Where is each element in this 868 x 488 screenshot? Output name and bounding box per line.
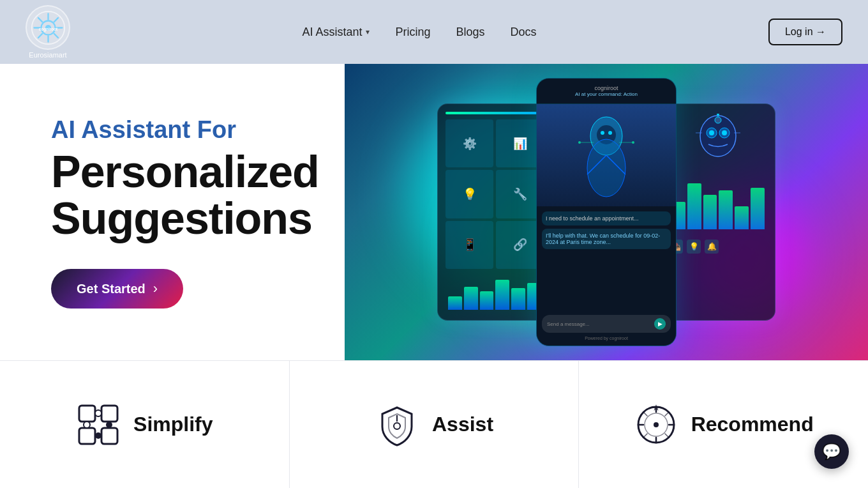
svg-point-37 bbox=[95, 410, 101, 416]
panel-grid: ⚙️ 📊 💡 🔧 📱 🔗 bbox=[445, 119, 544, 269]
chevron-down-icon: ▾ bbox=[366, 27, 370, 36]
login-button[interactable]: Log in → bbox=[768, 19, 842, 45]
svg-point-28 bbox=[715, 117, 721, 123]
panel-icon-2: 💡 bbox=[687, 240, 701, 254]
right-chart-bar-4 bbox=[719, 190, 733, 229]
right-panel: 📤 💡 🔔 bbox=[661, 103, 775, 321]
assist-label: Assist bbox=[432, 413, 493, 436]
svg-line-7 bbox=[38, 17, 41, 21]
nav-item-pricing[interactable]: Pricing bbox=[395, 26, 430, 39]
panel-cell-1: ⚙️ bbox=[445, 119, 493, 167]
hero-title-line2: Suggestions bbox=[51, 194, 319, 243]
bottom-card-recommend: Recommend bbox=[579, 361, 868, 488]
recommend-label: Recommend bbox=[691, 413, 814, 436]
svg-line-51 bbox=[665, 412, 669, 416]
chat-widget-button[interactable]: 💬 bbox=[814, 434, 849, 469]
compass-icon bbox=[634, 402, 678, 447]
right-chart-bar-6 bbox=[751, 188, 765, 229]
hero-image: ⚙️ 📊 💡 🔧 📱 🔗 bbox=[345, 64, 868, 360]
nav-links: AI Assistant ▾ Pricing Blogs Docs bbox=[302, 26, 536, 39]
chat-widget-icon: 💬 bbox=[822, 443, 841, 461]
hero-right: ⚙️ 📊 💡 🔧 📱 🔗 bbox=[345, 64, 868, 360]
right-chart-bar-5 bbox=[735, 206, 749, 229]
hero-left: AI Assistant For Personalized Suggestion… bbox=[0, 64, 345, 360]
puzzle-icon bbox=[76, 402, 121, 447]
phone-avatar bbox=[537, 104, 676, 206]
svg-point-41 bbox=[394, 423, 400, 429]
right-chart-bar-2 bbox=[687, 183, 701, 229]
svg-line-10 bbox=[38, 33, 41, 37]
chat-input[interactable]: Send a message... bbox=[547, 321, 590, 327]
svg-rect-36 bbox=[101, 428, 117, 444]
center-phone: cogniroot AI at your command: Action bbox=[536, 78, 677, 346]
svg-point-14 bbox=[601, 131, 604, 135]
left-panel: ⚙️ 📊 💡 🔧 📱 🔗 bbox=[437, 103, 552, 321]
panel-chart bbox=[445, 274, 544, 312]
svg-point-27 bbox=[722, 130, 727, 135]
bottom-section: Simplify Assist bbox=[0, 360, 868, 488]
svg-point-39 bbox=[106, 422, 112, 428]
nav-item-docs[interactable]: Docs bbox=[511, 26, 537, 39]
svg-line-49 bbox=[643, 412, 647, 416]
right-panel-chart bbox=[669, 181, 767, 232]
svg-line-8 bbox=[54, 33, 57, 37]
nav-item-blogs[interactable]: Blogs bbox=[456, 26, 484, 39]
svg-line-50 bbox=[665, 434, 669, 438]
svg-rect-35 bbox=[79, 428, 95, 444]
svg-line-9 bbox=[54, 17, 57, 21]
arrow-right-icon: › bbox=[153, 280, 158, 297]
chart-bar-1 bbox=[448, 296, 462, 310]
navbar: cogniroot Eurosiamart AI Assistant ▾ Pri… bbox=[0, 0, 868, 64]
chart-bar-4 bbox=[495, 280, 509, 310]
chart-bar-2 bbox=[464, 287, 478, 310]
svg-point-53 bbox=[654, 422, 659, 427]
logo[interactable]: cogniroot Eurosiamart bbox=[26, 5, 70, 59]
svg-line-52 bbox=[643, 434, 647, 438]
bottom-card-assist: Assist bbox=[290, 361, 580, 488]
shield-icon bbox=[375, 402, 419, 447]
hero-subtitle: AI Assistant For bbox=[51, 116, 319, 145]
svg-point-38 bbox=[84, 422, 90, 428]
panel-cell-5: 📱 bbox=[445, 221, 493, 269]
svg-text:cogniroot: cogniroot bbox=[38, 27, 57, 32]
svg-point-21 bbox=[578, 141, 581, 144]
get-started-button[interactable]: Get Started › bbox=[51, 269, 183, 309]
chart-bar-5 bbox=[511, 288, 525, 310]
right-chart-bar-3 bbox=[703, 195, 717, 229]
panel-icon-3: 🔔 bbox=[705, 240, 719, 254]
simplify-label: Simplify bbox=[133, 413, 213, 436]
svg-point-15 bbox=[608, 131, 612, 135]
panel-bar bbox=[445, 112, 544, 114]
chart-bar-3 bbox=[480, 291, 494, 310]
svg-point-40 bbox=[95, 432, 101, 439]
svg-rect-34 bbox=[101, 406, 117, 422]
svg-point-25 bbox=[709, 130, 714, 135]
hero-title-line1: Personalized bbox=[51, 149, 319, 194]
hero-section: AI Assistant For Personalized Suggestion… bbox=[0, 64, 868, 360]
panel-cell-3: 💡 bbox=[445, 170, 493, 218]
svg-point-22 bbox=[632, 141, 634, 144]
bottom-card-simplify: Simplify bbox=[0, 361, 290, 488]
logo-subtitle: Eurosiamart bbox=[29, 51, 66, 59]
nav-item-ai-assistant[interactable]: AI Assistant ▾ bbox=[302, 26, 370, 39]
svg-rect-33 bbox=[79, 406, 95, 422]
